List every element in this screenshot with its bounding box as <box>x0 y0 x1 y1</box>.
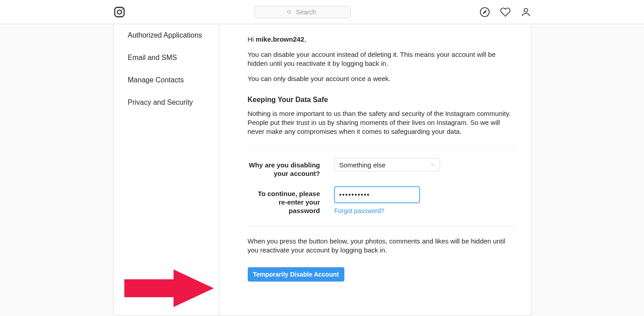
sidebar-item-label: Authorized Applications <box>128 31 202 39</box>
heart-icon[interactable] <box>500 7 511 17</box>
disable-info-1: You can disable your account instead of … <box>248 50 517 68</box>
confirm-info: When you press the button below, your ph… <box>248 237 517 255</box>
svg-point-2 <box>122 9 123 9</box>
search-wrap <box>254 6 351 18</box>
chevron-down-icon <box>430 161 435 169</box>
profile-icon[interactable] <box>521 7 531 17</box>
forgot-password-link[interactable]: Forgot password? <box>335 207 385 214</box>
temporarily-disable-button[interactable]: Temporarily Disable Account <box>248 267 344 282</box>
disable-info-2: You can only disable your account once a… <box>248 74 517 83</box>
password-input[interactable] <box>335 187 419 203</box>
nav-icons <box>479 7 531 17</box>
section-title: Keeping Your Data Safe <box>248 96 517 104</box>
reason-select[interactable]: Something else <box>335 158 440 171</box>
sidebar-item-label: Email and SMS <box>128 54 177 61</box>
divider <box>248 147 517 147</box>
username: mike.brown242 <box>256 35 304 43</box>
sidebar-item-authorized-apps[interactable]: Authorized Applications <box>114 24 219 47</box>
sidebar-item-label: Privacy and Security <box>128 98 193 106</box>
sidebar-item-label: Manage Contacts <box>128 76 184 84</box>
logo[interactable] <box>113 6 126 18</box>
settings-sidebar: Authorized Applications Email and SMS Ma… <box>114 24 219 316</box>
svg-point-1 <box>117 10 121 14</box>
svg-point-7 <box>524 9 528 12</box>
sidebar-item-manage-contacts[interactable]: Manage Contacts <box>114 69 219 91</box>
reason-row: Why are you disabling your account? Some… <box>248 158 517 178</box>
svg-marker-6 <box>483 11 486 13</box>
settings-container: Authorized Applications Email and SMS Ma… <box>113 24 531 316</box>
svg-rect-0 <box>114 7 124 17</box>
password-label: To continue, please re-enter your passwo… <box>248 187 335 215</box>
main-content: Hi mike.brown242, You can disable your a… <box>219 24 531 316</box>
password-row: To continue, please re-enter your passwo… <box>248 187 517 215</box>
instagram-icon <box>113 6 126 18</box>
explore-icon[interactable] <box>479 7 490 17</box>
greeting-line: Hi mike.brown242, <box>248 35 517 44</box>
sidebar-item-email-sms[interactable]: Email and SMS <box>114 47 219 69</box>
sidebar-item-privacy-security[interactable]: Privacy and Security <box>114 91 219 114</box>
divider <box>248 226 517 226</box>
reason-label: Why are you disabling your account? <box>248 158 335 178</box>
top-nav <box>0 0 644 24</box>
svg-point-5 <box>480 8 489 17</box>
greeting-prefix: Hi <box>248 35 256 43</box>
search-input[interactable] <box>254 6 351 18</box>
data-safe-para: Nothing is more important to us than the… <box>248 109 517 136</box>
reason-selected-value: Something else <box>339 161 386 169</box>
greeting-suffix: , <box>304 35 306 43</box>
